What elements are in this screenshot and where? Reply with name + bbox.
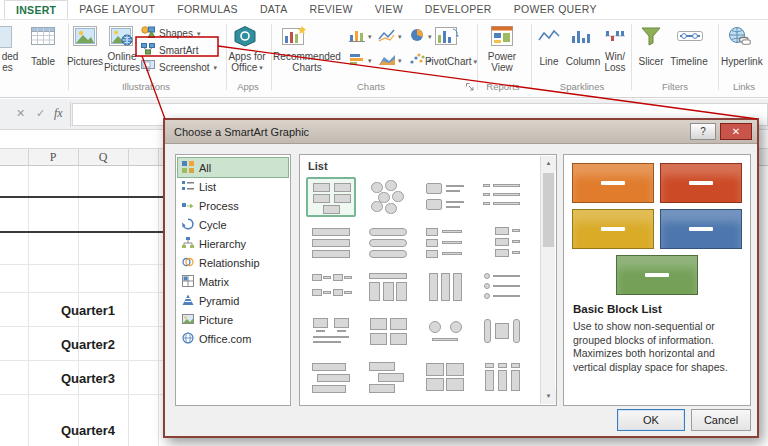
- category-cycle[interactable]: Cycle: [178, 215, 288, 234]
- cancel-button[interactable]: Cancel: [691, 409, 751, 431]
- layout-thumbnail-blocks[interactable]: [306, 177, 356, 217]
- hyperlink-button[interactable]: Hyperlink: [721, 56, 768, 67]
- cancel-entry-icon[interactable]: ✕: [16, 107, 25, 120]
- thumbnail-shape: [312, 250, 350, 258]
- category-hierarchy[interactable]: Hierarchy: [178, 234, 288, 253]
- win-loss-sparkline-button[interactable]: Win/: [600, 51, 630, 62]
- layout-thumbnail-staggered-bars[interactable]: [363, 357, 413, 397]
- thumbnail-shape: [370, 318, 387, 330]
- pictures-button[interactable]: Pictures: [64, 56, 106, 67]
- gallery-scrollbar[interactable]: ▲ ▼: [540, 156, 555, 404]
- layout-thumbnail-wide-bars[interactable]: [306, 222, 356, 262]
- insert-bar-chart-button[interactable]: ▾: [348, 52, 372, 68]
- cell-quarter2[interactable]: Quarter2: [53, 337, 123, 352]
- shapes-label: Shapes: [159, 28, 193, 39]
- chevron-down-icon: ▾: [398, 57, 402, 64]
- power-view-button[interactable]: Power: [481, 51, 523, 62]
- chevron-down-icon: ▾: [259, 64, 263, 71]
- layout-thumbnail-hexagons[interactable]: [363, 177, 413, 217]
- chevron-down-icon: ▾: [214, 64, 218, 71]
- online-pictures-button[interactable]: Online: [102, 51, 142, 62]
- layout-thumbnail-paired-grid[interactable]: [306, 267, 356, 307]
- thumbnail-shape: [442, 241, 462, 244]
- tab-view[interactable]: VIEW: [364, 0, 414, 19]
- layout-thumbnail-big-tiles[interactable]: [420, 357, 470, 397]
- apps-for-office-button[interactable]: Apps for: [224, 51, 270, 62]
- dialog-titlebar[interactable]: Choose a SmartArt Graphic ? ✕: [165, 120, 757, 144]
- scroll-down-icon[interactable]: ▼: [541, 389, 556, 404]
- slicer-button[interactable]: Slicer: [632, 56, 670, 67]
- category-relationship[interactable]: Relationship: [178, 253, 288, 272]
- layout-thumbnail-tile-grid[interactable]: [363, 312, 413, 352]
- category-list[interactable]: List: [178, 177, 288, 196]
- thumbnail-shape: [312, 385, 346, 393]
- pivotchart-button[interactable]: PivotChart ▾: [422, 56, 480, 67]
- layout-thumbnail-column-boxes[interactable]: [420, 267, 470, 307]
- layout-thumbnail-wide-bars-rounded[interactable]: [363, 222, 413, 262]
- charts-dialog-launcher-icon[interactable]: [465, 82, 475, 94]
- category-process[interactable]: Process: [178, 196, 288, 215]
- recommended-charts-button[interactable]: Recommended: [270, 51, 344, 62]
- insert-function-button[interactable]: fx: [54, 106, 63, 121]
- thumbnail-shape: [442, 252, 462, 255]
- insert-column-chart-button[interactable]: ▾: [348, 28, 372, 44]
- category-all[interactable]: All: [178, 158, 288, 177]
- layout-thumbnail-capped-columns[interactable]: [477, 357, 527, 397]
- category-office-com[interactable]: Office.com: [178, 329, 288, 348]
- tab-power-query[interactable]: POWER QUERY: [503, 0, 608, 19]
- category-matrix[interactable]: Matrix: [178, 272, 288, 291]
- table-button[interactable]: Table: [22, 56, 64, 67]
- layout-thumbnail-circle-pair[interactable]: [420, 312, 470, 352]
- tab-developer[interactable]: DEVELOPER: [414, 0, 503, 19]
- tab-page-layout[interactable]: PAGE LAYOUT: [68, 0, 166, 19]
- gridline-horizontal: [0, 394, 163, 395]
- layout-thumbnail-header-table[interactable]: [363, 267, 413, 307]
- tab-formulas[interactable]: FORMULAS: [166, 0, 249, 19]
- cell-quarter3[interactable]: Quarter3: [53, 371, 123, 386]
- cell-quarter1[interactable]: Quarter1: [53, 303, 123, 318]
- column-header-P[interactable]: P: [28, 150, 78, 165]
- tab-data[interactable]: DATA: [249, 0, 299, 19]
- thumbnail-shape: [383, 282, 394, 301]
- preview-block: [572, 209, 654, 249]
- screenshot-button[interactable]: Screenshot ▾: [141, 59, 217, 75]
- insert-line-chart-button[interactable]: ▾: [378, 28, 402, 44]
- layout-thumbnail-banner-stack[interactable]: [306, 357, 356, 397]
- category-pyramid[interactable]: Pyramid: [178, 291, 288, 310]
- scrollbar-thumb[interactable]: [543, 173, 554, 247]
- scroll-up-icon[interactable]: ▲: [541, 156, 556, 171]
- column-header-Q[interactable]: Q: [78, 150, 128, 165]
- layout-thumbnail-vertical-boxes[interactable]: [477, 222, 527, 262]
- thumbnail-shape: [378, 373, 404, 382]
- thumbnail-shape: [498, 370, 507, 391]
- layout-thumbnail-box-caption-rows[interactable]: [420, 222, 470, 262]
- layout-thumbnail-bracket-pair[interactable]: [477, 312, 527, 352]
- thumbnail-shape: [323, 205, 340, 214]
- slicer-icon: [640, 26, 662, 48]
- layout-thumbnail-bullet-rows[interactable]: [477, 177, 527, 217]
- chevron-down-icon: ▾: [368, 57, 372, 64]
- smartart-button[interactable]: SmartArt: [141, 42, 198, 58]
- insert-pie-chart-button[interactable]: ▾: [408, 28, 432, 44]
- category-picture[interactable]: Picture: [178, 310, 288, 329]
- insert-area-chart-button[interactable]: ▾: [378, 52, 402, 68]
- recommended-pivottables-button-partial[interactable]: ded: [0, 51, 20, 62]
- timeline-button[interactable]: Timeline: [666, 56, 712, 67]
- thumbnail-shape: [446, 206, 460, 208]
- thumbnail-shape: [426, 378, 444, 391]
- column-sparkline-button[interactable]: Column: [562, 56, 604, 67]
- tab-review[interactable]: REVIEW: [299, 0, 364, 19]
- shapes-button[interactable]: Shapes ▾: [141, 25, 200, 41]
- layout-thumbnail-picture-rows[interactable]: [420, 177, 470, 217]
- cell-quarter4[interactable]: Quarter4: [53, 423, 123, 438]
- matrix-icon: [182, 275, 194, 289]
- thumbnail-shape: [441, 273, 450, 301]
- close-icon[interactable]: ✕: [720, 123, 752, 140]
- ok-button[interactable]: OK: [617, 409, 685, 431]
- tab-insert[interactable]: INSERT: [4, 0, 68, 19]
- layout-thumbnail-bullet-list[interactable]: [477, 267, 527, 307]
- chevron-down-icon: ▾: [428, 33, 432, 40]
- enter-entry-icon[interactable]: ✓: [36, 107, 45, 120]
- layout-thumbnail-monitor-pair[interactable]: [306, 312, 356, 352]
- help-button[interactable]: ?: [690, 123, 716, 140]
